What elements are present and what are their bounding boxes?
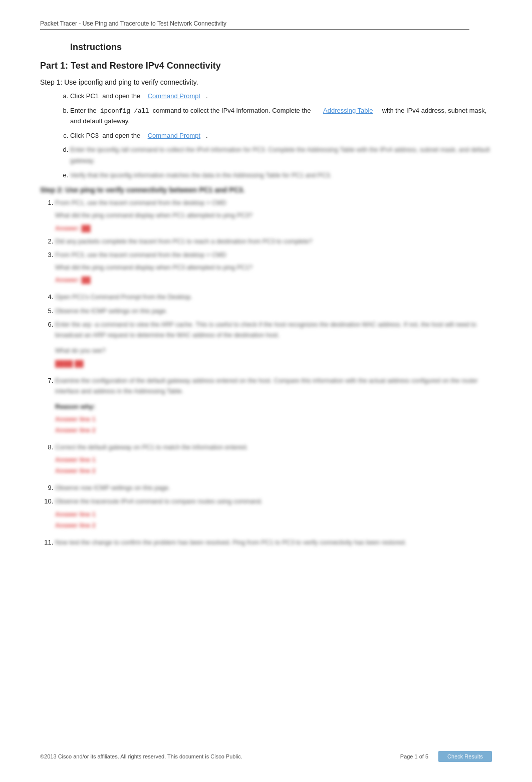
- page: Packet Tracer - Use Ping and Traceroute …: [0, 0, 532, 782]
- step6-list: Observe now ICMP settings on this page. …: [55, 483, 492, 531]
- step4-list: Examine the configuration of the default…: [55, 376, 492, 435]
- step5-item: Correct the default gateway on PC1 to ma…: [55, 442, 492, 476]
- step5-list: Correct the default gateway on PC1 to ma…: [55, 442, 492, 476]
- bottom-right: Page 1 of 5 Check Results: [400, 751, 492, 762]
- step3-item3-line1: Enter the arp -a command to view the ARP…: [55, 320, 492, 341]
- step3-item3: Enter the arp -a command to view the ARP…: [55, 320, 492, 369]
- step2-item-1: From PC1, use the tracert command from t…: [55, 198, 492, 233]
- top-rule: [40, 29, 469, 30]
- ipconfig-cmd: ipconfig /all: [100, 108, 149, 115]
- command-prompt-link-2[interactable]: Command Prompt: [148, 132, 200, 139]
- step2-item1-line1: From PC1, use the tracert command from t…: [55, 198, 492, 208]
- part1-heading: Part 1: Test and Restore IPv4 Connectivi…: [40, 61, 492, 71]
- addressing-table-link[interactable]: Addressing Table: [323, 107, 373, 114]
- step3-item2: Observe the ICMP settings on this page.: [55, 306, 492, 317]
- step2-item-2: Did any packets complete the tracert fro…: [55, 236, 492, 247]
- bottom-page: Page 1 of 5: [400, 753, 428, 759]
- step4-reason-label: Reason why:: [55, 402, 492, 412]
- command-prompt-link-1[interactable]: Command Prompt: [148, 92, 200, 100]
- item-c-text: Click PC3 and open the Command Prompt .: [70, 132, 208, 139]
- step6b-item: Observe the traceroute IPv4 command to c…: [55, 496, 492, 530]
- step2-heading: Step 2: Use ping to verify connectivity …: [40, 186, 492, 194]
- check-results-button[interactable]: Check Results: [438, 751, 492, 762]
- step5-line1: Correct the default gateway on PC1 to ma…: [55, 442, 492, 453]
- step5-answer1: Answer line 1: [55, 455, 492, 465]
- list-item-e: Verify that the ipconfig information mat…: [70, 170, 492, 181]
- list-item-a: Click PC1 and open the Command Prompt .: [70, 91, 492, 102]
- list-item-c: Click PC3 and open the Command Prompt .: [70, 131, 492, 141]
- step3-item3-answer: ████ ██: [55, 359, 492, 369]
- item-b-text: Enter the ipconfig /all command to colle…: [70, 107, 486, 125]
- step2-item-3: From PC3, use the tracert command from t…: [55, 250, 492, 286]
- step1-list: Click PC1 and open the Command Prompt . …: [70, 91, 492, 181]
- step2-list: From PC1, use the tracert command from t…: [55, 198, 492, 285]
- item-a-text: Click PC1 and open the Command Prompt .: [70, 92, 208, 100]
- step4-answer1: Answer line 1: [55, 414, 492, 424]
- step2-item1-line2: What did the ping command display when P…: [55, 210, 492, 221]
- step2-item3-answer: Answer: ██: [55, 275, 492, 285]
- top-title: Packet Tracer - Use Ping and Traceroute …: [40, 20, 492, 27]
- step2-item3-line2: What did the ping command display when P…: [55, 263, 492, 273]
- step4-item: Examine the configuration of the default…: [55, 376, 492, 435]
- step1-heading: Step 1: Use ipconfig and ping to verify …: [40, 78, 492, 86]
- item-d-blurred: Enter the ipconfig /all command to colle…: [70, 146, 490, 164]
- step4-answer2: Answer line 2: [55, 425, 492, 435]
- step3-item1-text: Open PC1's Command Prompt from the Deskt…: [55, 292, 492, 303]
- list-item-d: Enter the ipconfig /all command to colle…: [70, 145, 492, 166]
- step6b-answer1: Answer line 1: [55, 509, 492, 519]
- step6a-text: Observe now ICMP settings on this page.: [55, 483, 492, 493]
- step5-answer2: Answer line 2: [55, 466, 492, 476]
- step4-line1: Examine the configuration of the default…: [55, 376, 492, 397]
- step6b-text: Observe the traceroute IPv4 command to c…: [55, 496, 492, 507]
- item-e-blurred: Verify that the ipconfig information mat…: [70, 172, 332, 179]
- step3-item3-question: What do you see?: [55, 346, 492, 356]
- bottom-copyright: ©2013 Cisco and/or its affiliates. All r…: [40, 753, 242, 759]
- step3-item2-text: Observe the ICMP settings on this page.: [55, 306, 492, 317]
- bottom-bar: ©2013 Cisco and/or its affiliates. All r…: [0, 751, 532, 762]
- step3-list: Open PC1's Command Prompt from the Deskt…: [55, 292, 492, 368]
- step7-list: Now test the change to confirm the probl…: [55, 538, 492, 548]
- step2-item3-line1: From PC3, use the tracert command from t…: [55, 250, 492, 260]
- step2-item2-line1: Did any packets complete the tracert fro…: [55, 236, 492, 247]
- step2-item1-answer: Answer: ██: [55, 223, 492, 233]
- step7-item: Now test the change to confirm the probl…: [55, 538, 492, 548]
- list-item-b: Enter the ipconfig /all command to colle…: [70, 106, 492, 127]
- instructions-heading: Instructions: [70, 42, 492, 53]
- step3-item1: Open PC1's Command Prompt from the Deskt…: [55, 292, 492, 303]
- step6b-answer2: Answer line 2: [55, 520, 492, 531]
- step7-text: Now test the change to confirm the probl…: [55, 538, 492, 548]
- step6a-item: Observe now ICMP settings on this page.: [55, 483, 492, 493]
